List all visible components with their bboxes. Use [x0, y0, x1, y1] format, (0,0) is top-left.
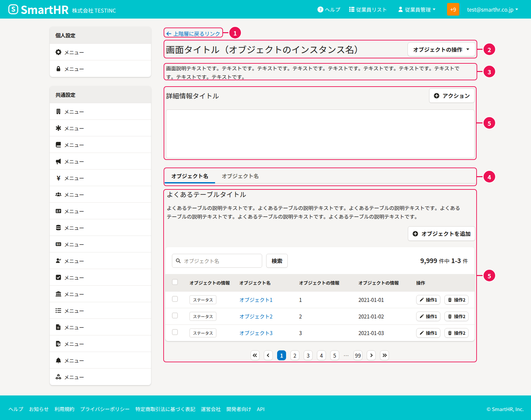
- svg-text:S: S: [11, 4, 15, 14]
- svg-text:?: ?: [319, 6, 321, 12]
